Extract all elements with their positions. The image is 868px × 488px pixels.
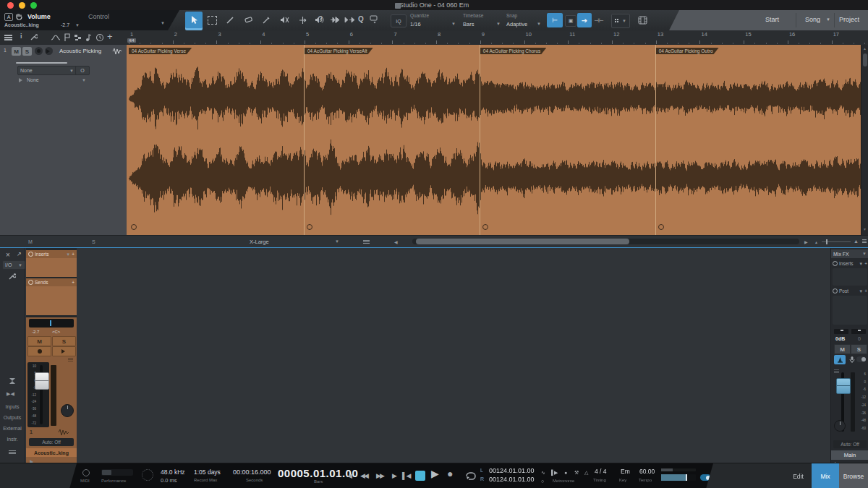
clock-icon[interactable] bbox=[95, 33, 104, 42]
main-gain-value[interactable]: 0dB bbox=[835, 336, 845, 341]
hand-tool-icon[interactable] bbox=[15, 12, 23, 20]
horizontal-scrollbar[interactable] bbox=[412, 239, 799, 244]
metronome-settings-icon[interactable]: ⚒ bbox=[574, 468, 579, 476]
play-button[interactable]: ▶ bbox=[431, 470, 439, 478]
level-handle[interactable] bbox=[686, 474, 687, 481]
audio-waveform[interactable] bbox=[127, 45, 861, 235]
timeline-ruler[interactable]: 4/4 1234567891011121314151617 bbox=[127, 30, 861, 45]
stop-button[interactable] bbox=[415, 471, 425, 481]
loop-button[interactable] bbox=[463, 471, 479, 481]
channel-mute-button[interactable]: M bbox=[27, 336, 51, 346]
clip-boundary[interactable] bbox=[304, 45, 305, 235]
scroll-left-icon[interactable]: ◀ bbox=[394, 239, 398, 244]
main-options-icon[interactable] bbox=[834, 369, 839, 370]
main-pan-left[interactable] bbox=[834, 329, 848, 334]
arrow-tool-button[interactable] bbox=[185, 12, 203, 28]
timebase-select[interactable]: Bars bbox=[463, 21, 474, 27]
add-insert-button[interactable]: + bbox=[72, 252, 75, 257]
main-automation-button[interactable]: Auto: Off bbox=[833, 440, 867, 448]
metronome-button[interactable] bbox=[834, 355, 846, 364]
main-mute-button[interactable]: M bbox=[834, 344, 851, 354]
play-from-icon[interactable] bbox=[344, 16, 356, 24]
autoscroll-button[interactable]: ⊢ bbox=[547, 13, 563, 27]
track-name[interactable]: Acoustic Picking bbox=[59, 48, 101, 54]
post-add-button[interactable]: + bbox=[864, 288, 867, 294]
song-caret-icon[interactable]: ▼ bbox=[826, 17, 830, 22]
timebase-caret-icon[interactable]: ▼ bbox=[496, 22, 501, 26]
channel-solo-button[interactable]: S bbox=[52, 336, 76, 346]
main-fader-handle[interactable] bbox=[836, 378, 851, 394]
clip-loop-icon[interactable] bbox=[658, 224, 664, 230]
track-solo-button[interactable]: S bbox=[22, 47, 32, 56]
fast-forward-button[interactable]: ▶▶ bbox=[376, 472, 383, 480]
timing-value[interactable]: 4 / 4 bbox=[595, 468, 607, 475]
io-select[interactable]: I/O▼ bbox=[2, 260, 25, 270]
next-bar-button[interactable]: ▶ bbox=[392, 472, 397, 480]
scroll-up-icon[interactable]: ▲ bbox=[863, 46, 867, 51]
automation-panel[interactable]: A Volume Control Acoustic..king -2.7 ▼ ▼ bbox=[0, 10, 179, 30]
key-value[interactable]: Em bbox=[621, 468, 630, 475]
main-inserts-power-icon[interactable] bbox=[833, 261, 838, 266]
song-page-tab[interactable]: Song bbox=[805, 16, 820, 23]
post-header[interactable]: Post ▼ + bbox=[831, 287, 868, 295]
track-gain-button[interactable]: O bbox=[75, 66, 90, 75]
automation-value-caret-icon[interactable]: ▼ bbox=[75, 23, 80, 27]
automation-curve-icon[interactable] bbox=[51, 34, 61, 41]
fader-handle[interactable] bbox=[35, 372, 49, 390]
snap-select[interactable]: Adaptive bbox=[506, 21, 527, 27]
track-input-select[interactable]: None▼ bbox=[17, 66, 77, 75]
video-button[interactable] bbox=[635, 14, 650, 27]
zoom-slider[interactable] bbox=[822, 241, 851, 242]
automation-value[interactable]: -2.7 bbox=[61, 22, 69, 27]
post-power-icon[interactable] bbox=[833, 288, 838, 294]
prev-bar-button[interactable]: ◀ bbox=[347, 472, 352, 480]
record-mode-icon[interactable]: ● bbox=[564, 468, 567, 476]
automation-mode-icon[interactable]: A bbox=[4, 13, 13, 21]
record-button[interactable]: ● bbox=[447, 470, 453, 478]
inserts-header[interactable]: Inserts ▼ + bbox=[26, 250, 77, 258]
clip-name-tag[interactable]: 04 AcGuitar Picking VerseAlt bbox=[305, 48, 373, 54]
edit-page-button[interactable]: Edit bbox=[785, 463, 812, 488]
clip-loop-icon[interactable] bbox=[131, 224, 137, 230]
expand-vertical-icon[interactable] bbox=[8, 377, 17, 385]
track-size-select[interactable]: X-Large bbox=[250, 239, 269, 245]
zoom-presets-icon[interactable] bbox=[862, 239, 867, 240]
quantize-caret-icon[interactable]: ▼ bbox=[451, 22, 456, 26]
performance-meter[interactable] bbox=[101, 469, 133, 476]
mixfx-header[interactable]: Mix FX ▼ bbox=[831, 249, 868, 258]
channel-name-tab[interactable]: Acoustic..king bbox=[26, 448, 77, 457]
track-header[interactable]: 1 M S Acoustic Picking None▼ O None▼ bbox=[0, 45, 127, 235]
input-quantize-button[interactable]: IQ bbox=[391, 14, 407, 27]
wrench-icon[interactable] bbox=[29, 33, 38, 42]
help-button[interactable]: ? bbox=[318, 15, 323, 23]
split-view-button[interactable]: ⊣⊢ bbox=[594, 15, 604, 25]
clip-boundary[interactable] bbox=[655, 45, 656, 235]
sends-slot-area[interactable] bbox=[26, 286, 77, 315]
clip-name-tag[interactable]: 04 AcGuitar Picking Chorus bbox=[480, 48, 546, 54]
global-mute-indicator[interactable]: M bbox=[28, 239, 33, 244]
channel-monitor-button[interactable] bbox=[52, 346, 76, 356]
part-grid-icon[interactable] bbox=[74, 34, 82, 41]
paint-tool-button[interactable] bbox=[258, 12, 275, 28]
mono-toggle[interactable] bbox=[856, 356, 866, 362]
menu-icon[interactable] bbox=[4, 35, 12, 36]
marker-flag-icon[interactable] bbox=[64, 33, 71, 42]
main-cue-knob[interactable] bbox=[834, 420, 846, 432]
console-tab-external[interactable]: External bbox=[0, 426, 25, 431]
autopunch-icon[interactable]: ▌▶ bbox=[551, 468, 557, 476]
scroll-down-icon[interactable]: ▼ bbox=[863, 227, 867, 231]
sends-header[interactable]: Sends + bbox=[26, 278, 77, 286]
follow-playhead-button[interactable]: ➔ bbox=[577, 13, 592, 27]
split-tool-button[interactable] bbox=[221, 12, 239, 28]
inserts-caret-icon[interactable]: ▼ bbox=[66, 252, 70, 257]
console-tab-instr[interactable]: Instr. bbox=[0, 437, 25, 442]
pan-slider[interactable] bbox=[29, 319, 74, 328]
track-volume-slider[interactable] bbox=[16, 62, 67, 64]
vertical-scrollbar[interactable]: ▲ ▼ bbox=[861, 45, 868, 235]
channel-options-icon[interactable] bbox=[68, 358, 73, 359]
detach-console-icon[interactable]: ↗ bbox=[17, 251, 22, 257]
marker-button[interactable]: ▣ bbox=[565, 15, 576, 27]
precount-icon[interactable]: ○ bbox=[541, 477, 544, 485]
snap-caret-icon[interactable]: ▼ bbox=[537, 22, 541, 26]
output-toggle[interactable] bbox=[700, 474, 711, 481]
